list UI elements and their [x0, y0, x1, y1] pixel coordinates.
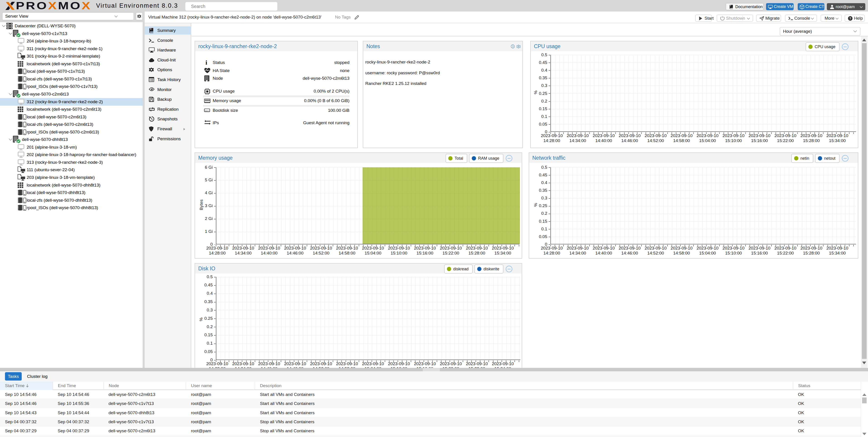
svg-text:?: ?: [849, 17, 851, 20]
